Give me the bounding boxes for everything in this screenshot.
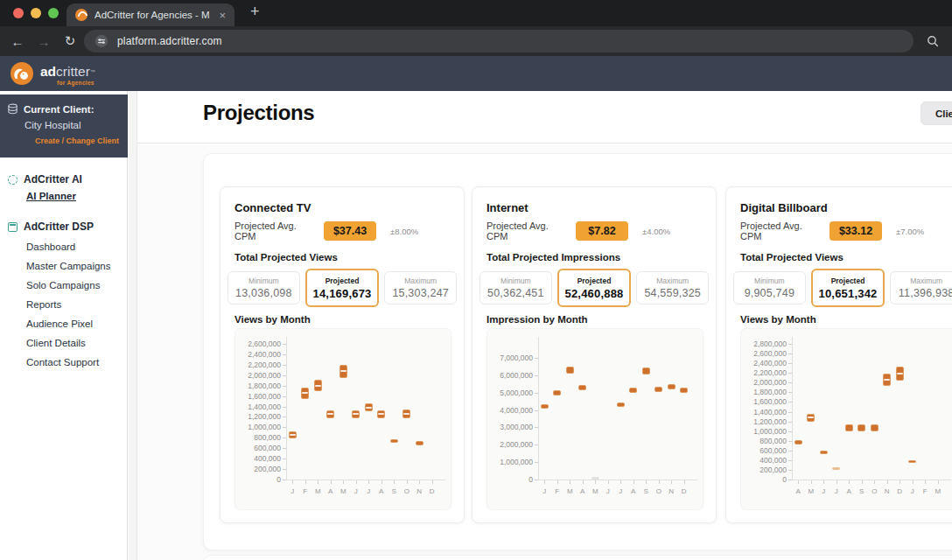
chart-title: Views by Month — [740, 314, 816, 325]
y-tick-label: 2,200,000 — [743, 368, 787, 377]
x-tick — [823, 480, 824, 484]
y-tick-label: 6,000,000 — [489, 371, 533, 380]
x-tick — [595, 480, 596, 484]
current-client-label: Current Client: — [24, 104, 94, 115]
x-tick — [862, 480, 863, 484]
range-bar-midline — [403, 413, 410, 415]
cpm-label: Projected Avg. CPM — [740, 220, 819, 242]
x-tick-label: S — [640, 487, 652, 495]
new-tab-button[interactable]: + — [250, 3, 260, 21]
x-tick — [608, 480, 609, 484]
range-bar — [845, 424, 853, 430]
maximum-stat-box: Maximum 54,559,325 — [636, 271, 709, 304]
x-tick — [849, 480, 850, 484]
y-tick-label: 7,000,000 — [489, 354, 533, 362]
range-bar — [629, 388, 637, 393]
range-bar-midline — [340, 370, 346, 372]
y-tick-label: 800,000 — [743, 437, 787, 445]
x-tick-label: A — [375, 487, 388, 495]
y-tick-label: 0 — [237, 475, 281, 484]
next-panel-peek — [203, 555, 952, 560]
window-close-button[interactable] — [13, 8, 24, 18]
site-settings-icon[interactable] — [94, 34, 108, 48]
chart-title: Views by Month — [234, 314, 311, 325]
sidebar-item-audience-pixel[interactable]: Audience Pixel — [26, 318, 93, 329]
x-tick-label: D — [426, 487, 438, 495]
page-title: Projections — [203, 101, 314, 125]
dsp-window-icon — [8, 222, 18, 232]
y-tick-label: 1,200,000 — [237, 412, 281, 421]
address-bar[interactable]: platform.adcritter.com — [84, 30, 914, 52]
chart-title: Impression by Month — [486, 314, 588, 325]
x-tick-label: J — [906, 487, 919, 495]
x-tick — [646, 480, 647, 484]
y-tick-label: 1,800,000 — [237, 382, 281, 390]
x-tick-label: M — [564, 487, 576, 495]
url-text[interactable]: platform.adcritter.com — [117, 35, 222, 47]
database-icon — [7, 103, 18, 115]
range-bar — [832, 467, 840, 470]
x-tick-label: J — [614, 487, 626, 495]
range-bar — [871, 424, 878, 430]
cpm-tolerance: ±4.00% — [642, 227, 670, 236]
x-tick-label: N — [413, 487, 425, 495]
x-tick-label: A — [792, 487, 804, 495]
y-tick-label: 2,200,000 — [237, 360, 281, 369]
x-tick-label: J — [538, 487, 550, 495]
x-tick — [583, 480, 584, 484]
ai-dashed-circle-icon — [8, 175, 18, 185]
sidebar-item-dashboard[interactable]: Dashboard — [26, 242, 75, 252]
minimum-stat-box: Minimum 9,905,749 — [733, 271, 806, 304]
x-tick — [292, 480, 293, 484]
x-tick-label: M — [589, 487, 601, 495]
x-tick — [570, 480, 570, 484]
cpm-label: Projected Avg. CPM — [486, 220, 565, 242]
x-tick-label: M — [312, 487, 324, 495]
change-client-link[interactable]: Create / Change Client — [7, 136, 121, 145]
browser-toolbar: ← → ↻ platform.adcritter.com — [0, 26, 952, 56]
y-tick-label: 600,000 — [237, 444, 281, 452]
y-tick-label: 4,000,000 — [489, 406, 533, 415]
scrollbar-gutter[interactable] — [129, 91, 137, 560]
internet-card: Internet Projected Avg. CPM $7.82 ±4.00%… — [472, 186, 717, 523]
sidebar-item-client-details[interactable]: Client Details — [26, 338, 86, 348]
range-bar-midline — [315, 385, 321, 387]
client-header-button[interactable]: Clien — [920, 102, 952, 125]
range-bar-midline — [290, 434, 296, 436]
y-tick-label: 0 — [743, 475, 787, 484]
range-bar — [820, 451, 828, 453]
minimum-stat-box: Minimum 50,362,451 — [480, 271, 552, 304]
x-tick — [432, 480, 433, 484]
x-tick-label: D — [893, 487, 906, 495]
window-zoom-button[interactable] — [48, 8, 59, 18]
tab-title: AdCritter for Agencies - Mast — [94, 10, 210, 20]
x-tick — [913, 480, 914, 484]
back-icon[interactable]: ← — [7, 26, 28, 56]
cpm-value-badge: $33.12 — [830, 221, 882, 241]
sidebar-item-master-campaigns[interactable]: Master Campaigns — [26, 261, 111, 271]
tab-close-icon[interactable]: × — [219, 10, 226, 21]
range-bar — [416, 441, 424, 445]
x-tick-label: J — [362, 487, 374, 495]
total-projected-label: Total Projected Impressions — [486, 252, 620, 262]
sidebar-item-contact-support[interactable]: Contact Support — [26, 357, 99, 368]
x-tick — [544, 480, 545, 484]
logo-wordmark[interactable]: adcritter™ — [40, 65, 95, 79]
x-tick-label: J — [817, 487, 830, 495]
y-tick-label: 2,400,000 — [743, 359, 787, 368]
total-projected-label: Total Projected Views — [234, 252, 338, 262]
x-tick-label: O — [653, 487, 665, 495]
sidebar-item-solo-campaigns[interactable]: Solo Campaigns — [26, 280, 100, 290]
squirrel-logo-icon[interactable] — [10, 62, 33, 85]
sidebar-item-ai-planner[interactable]: AI Planner — [26, 191, 76, 201]
sidebar-item-reports[interactable]: Reports — [26, 299, 61, 310]
x-tick-label: J — [350, 487, 362, 495]
total-projected-label: Total Projected Views — [740, 252, 844, 262]
window-minimize-button[interactable] — [31, 8, 41, 18]
y-tick-label: 5,000,000 — [489, 388, 533, 397]
search-icon[interactable] — [926, 34, 940, 48]
browser-tab[interactable]: AdCritter for Agencies - Mast × — [66, 4, 234, 26]
y-tick-label: 200,000 — [743, 466, 787, 474]
x-tick — [394, 480, 395, 484]
reload-icon[interactable]: ↻ — [60, 26, 80, 56]
